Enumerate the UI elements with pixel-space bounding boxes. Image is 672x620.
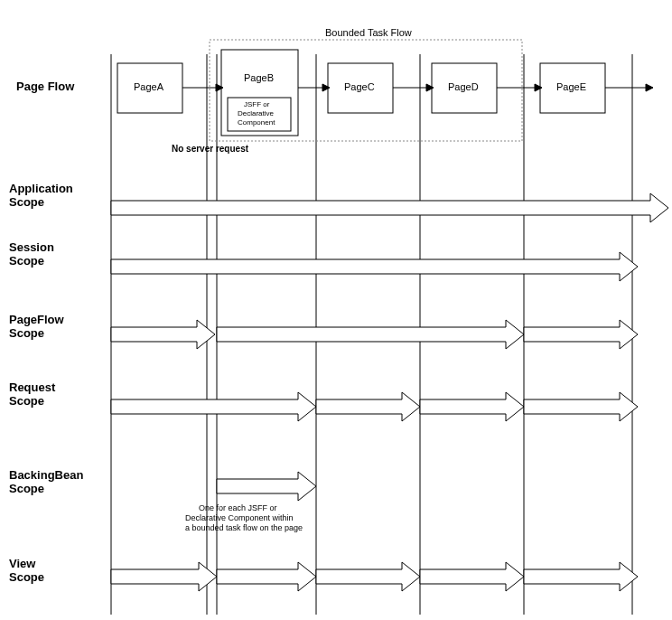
pf-scope-label-1: PageFlow: [9, 313, 65, 326]
app-scope-label-2: Scope: [9, 195, 44, 209]
sess-scope-label-1: Session: [9, 240, 54, 254]
bb-scope-label-2: Scope: [9, 482, 44, 495]
pageflow-scope-arrows: [111, 320, 638, 349]
view-scope-arrows: [111, 562, 638, 591]
page-c-label: PageC: [344, 81, 375, 92]
bb-note-1: One for each JSFF or: [199, 503, 277, 512]
bb-note-3: a bounded task flow on the page: [185, 523, 303, 532]
row-labels: Application Scope Session Scope PageFlow…: [9, 182, 83, 584]
page-b-comp-line2: Declarative: [238, 109, 275, 117]
no-server-request-label: No server request: [172, 144, 249, 154]
req-scope-label-2: Scope: [9, 394, 44, 408]
app-scope-label-1: Application: [9, 182, 73, 195]
page-a-label: PageA: [134, 81, 164, 92]
sess-scope-label-2: Scope: [9, 254, 44, 268]
session-scope-arrow: [111, 252, 638, 281]
page-b-comp-line3: Component: [238, 118, 275, 127]
scope-diagram: Bounded Task Flow Page Flow PageA PageB …: [0, 0, 672, 620]
request-scope-arrows: [111, 392, 638, 421]
view-scope-label-1: View: [9, 557, 36, 570]
page-b-comp-line1: JSFF or: [244, 100, 270, 108]
bb-note-2: Declarative Component within: [185, 513, 294, 522]
req-scope-label-1: Request: [9, 380, 56, 394]
svg-marker-16: [646, 84, 653, 91]
page-boxes: PageA PageB JSFF or Declarative Componen…: [117, 50, 605, 136]
page-e-label: PageE: [556, 81, 586, 92]
backingbean-scope-arrow: [217, 472, 316, 501]
bounded-task-flow-label: Bounded Task Flow: [325, 27, 412, 38]
page-b-label: PageB: [244, 72, 274, 83]
application-scope-arrow: [111, 193, 668, 222]
bb-scope-label-1: BackingBean: [9, 468, 83, 482]
pf-scope-label-2: Scope: [9, 326, 44, 340]
view-scope-label-2: Scope: [9, 570, 44, 584]
page-flow-label: Page Flow: [16, 80, 75, 93]
page-d-label: PageD: [448, 81, 479, 92]
